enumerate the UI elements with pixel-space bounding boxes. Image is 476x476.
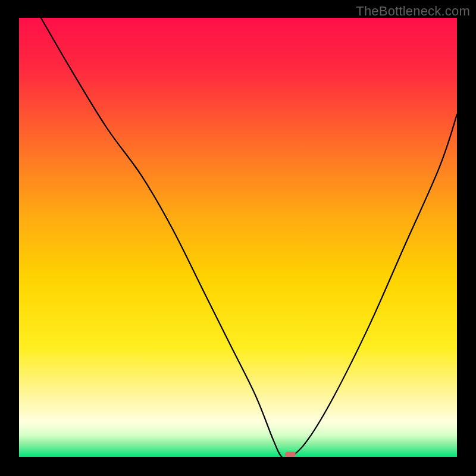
plot-area <box>19 18 457 457</box>
watermark-text: TheBottleneck.com <box>356 4 470 19</box>
chart-container: TheBottleneck.com <box>0 0 476 476</box>
bottleneck-curve <box>19 18 457 457</box>
optimal-point-marker <box>285 452 296 457</box>
